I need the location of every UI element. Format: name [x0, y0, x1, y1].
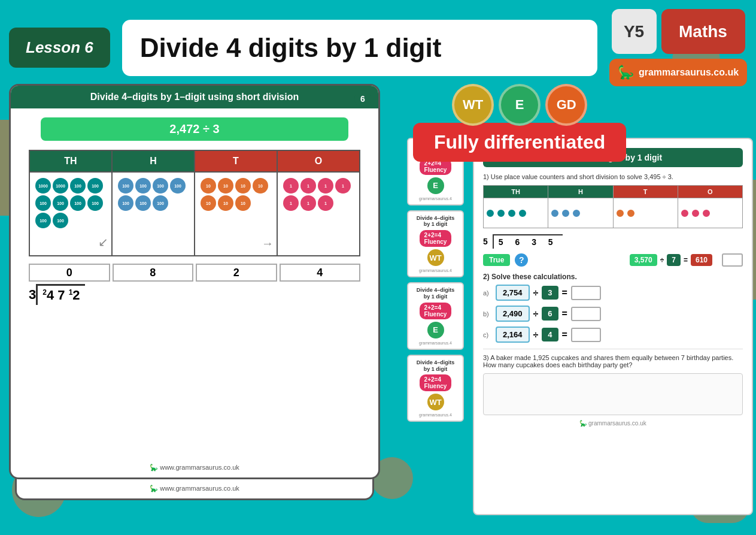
website-url: grammarsaurus.co.uk: [639, 67, 739, 78]
ws-cell-h: [548, 198, 613, 228]
calc-answer-a[interactable]: [571, 286, 601, 300]
ws-equation-row: 3,570 ÷ 7 = 610: [630, 254, 712, 266]
slide-main-formula: 2,472 ÷ 3: [41, 117, 348, 141]
website-icon: 🦕: [618, 65, 634, 80]
lesson-badge: Lesson 6: [9, 28, 110, 68]
dividend-main: 24 7 12: [36, 284, 84, 305]
right-badges: Y5 Maths 🦕 grammarsaurus.co.uk: [609, 9, 747, 86]
ws-card-4-title: Divide 4–digitsby 1 digit: [417, 359, 455, 373]
ws-card-4-level: WT: [427, 394, 444, 410]
fully-differentiated-banner: Fully differentiated: [413, 123, 626, 162]
ws-col-o: O: [678, 186, 742, 198]
calc-label-a: a): [483, 289, 492, 297]
ws-card-3-title: Divide 4–digitsby 1 digit: [417, 287, 455, 300]
answer-0: 0: [29, 264, 110, 282]
ws-card-2-fluency: 2+2=4Fluency: [420, 230, 452, 247]
slide-main-pvtable: TH H T O 1000 1000 100 100 100 100 100 1…: [29, 150, 360, 256]
col-o: O: [277, 150, 360, 172]
main-worksheet: Divide 4–digits by 1 digit 1) Use place …: [473, 138, 753, 515]
ws-card-1-level: E: [427, 177, 444, 194]
calc-row-a: a) 2,754 ÷ 3 =: [483, 285, 743, 301]
ws-q2-label: 2) Solve these calculations.: [483, 273, 743, 281]
ws-cell-th: [484, 198, 548, 228]
header: Lesson 6 Divide 4 digits by 1 digit Y5 M…: [9, 9, 747, 86]
answer-2: 2: [196, 264, 277, 282]
ws-answer-blank-1: [722, 253, 743, 267]
ws-card-4[interactable]: Divide 4–digitsby 1 digit 2+2=4Fluency W…: [407, 355, 464, 422]
slides-container: Use the place value chart to help you ca…: [9, 84, 398, 515]
answer-1: 8: [113, 264, 194, 282]
divisor-main: 3: [29, 287, 36, 303]
calc-row-c: c) 2,164 ÷ 4 =: [483, 327, 743, 343]
cell-t: 10 10 10 10 10 10 10 →: [195, 172, 277, 256]
ws-answer-row: 5 5 6 3 5: [483, 234, 743, 249]
ws-col-t: T: [613, 186, 678, 198]
website-badge: 🦕 grammarsaurus.co.uk: [609, 59, 747, 86]
diff-badge-e: E: [499, 84, 541, 126]
diff-banner-area: WT E GD Fully differentiated: [413, 84, 626, 162]
ws-answer-grid: .ws-answer-grid-inner { border:1px solid…: [483, 373, 743, 415]
diff-badge-wt: WT: [452, 84, 494, 126]
year-maths-row: Y5 Maths: [612, 9, 745, 54]
page-title: Divide 4 digits by 1 digit: [140, 33, 442, 63]
calc-row-b: b) 2,490 ÷ 6 =: [483, 306, 743, 322]
calc-div-b: 6: [542, 307, 558, 321]
arrow-indicator: ↙: [98, 235, 108, 249]
calc-num-b: 2,490: [496, 306, 530, 322]
answer-3: 4: [280, 264, 361, 282]
ws-q1: 1) Use place value counters and short di…: [483, 173, 743, 180]
calc-num-c: 2,164: [496, 327, 530, 343]
col-h: H: [112, 150, 195, 172]
slide-main-heading: Divide 4–digits by 1–digit using short d…: [90, 92, 299, 102]
ws-dividend: 5 6 3 5: [493, 234, 563, 249]
calc-div-a: 3: [542, 286, 558, 300]
calc-label-b: b): [483, 310, 492, 318]
ws-card-3-fluency: 2+2=4Fluency: [420, 303, 452, 319]
ws-card-4-fluency: 2+2=4Fluency: [420, 374, 452, 391]
slide-back-footer: 🦕 www.grammarsaurus.co.uk: [150, 485, 239, 492]
ws-card-2[interactable]: Divide 4–digitsby 1 digit 2+2=4Fluency W…: [407, 210, 464, 278]
ws-cell-o: [678, 198, 742, 228]
ws-card-2-level: WT: [427, 249, 444, 266]
diff-badges-row: WT E GD: [452, 84, 587, 126]
ws-eq-result: 610: [691, 254, 712, 266]
ws-qmark-badge: ?: [515, 253, 528, 267]
slide-main-header: Divide 4–digits by 1–digit using short d…: [11, 86, 378, 108]
maths-badge: Maths: [661, 9, 745, 54]
diff-badge-gd: GD: [545, 84, 587, 126]
col-t: T: [195, 150, 277, 172]
slide-main: Divide 4–digits by 1–digit using short d…: [9, 84, 380, 479]
worksheet-stack: Divide 4–digitsby 1 digit 2+2=4Fluency E…: [407, 138, 753, 515]
ws-card-3[interactable]: Divide 4–digitsby 1 digit 2+2=4Fluency E…: [407, 282, 464, 350]
ws-q3: 3) A baker made 1,925 cupcakes and share…: [483, 349, 743, 368]
ws-card-2-title: Divide 4–digitsby 1 digit: [417, 215, 455, 228]
slide-main-number: 6: [354, 90, 371, 107]
cell-th: 1000 1000 100 100 100 100 100 100 100 10…: [29, 172, 112, 256]
ws-footer: 🦕 grammarsaurus.co.uk: [483, 420, 743, 427]
ws-true-badge: True: [483, 254, 510, 266]
cell-o: 1 1 1 1 1 1 1: [277, 172, 360, 256]
ws-eq-div: 7: [667, 254, 681, 266]
ws-col-th: TH: [484, 186, 548, 198]
worksheets-area: WT E GD Fully differentiated Divide 4–di…: [407, 84, 756, 515]
ws-card-3-level: E: [427, 322, 444, 338]
ws-cards-column: Divide 4–digitsby 1 digit 2+2=4Fluency E…: [407, 138, 467, 515]
col-th: TH: [29, 150, 112, 172]
calc-div-c: 4: [542, 328, 558, 341]
ws-col-h: H: [548, 186, 613, 198]
year-badge: Y5: [612, 9, 657, 54]
ws-pvtable: TH H T O: [483, 185, 743, 228]
ws-true-false-row: True ? 3,570 ÷ 7 = 610: [483, 253, 743, 267]
calc-label-c: c): [483, 331, 492, 338]
arrow-indicator-2: →: [262, 237, 274, 250]
calc-answer-c[interactable]: [571, 328, 601, 342]
slide-main-footer: 🦕 www.grammarsaurus.co.uk: [150, 464, 239, 471]
cell-h: 100 100 100 100 100 100 100: [112, 172, 195, 256]
ws-eq-num: 3,570: [630, 254, 657, 266]
ws-divisor: 5: [483, 237, 488, 246]
ws-cell-t: [613, 198, 678, 228]
title-box: Divide 4 digits by 1 digit: [122, 20, 597, 76]
calc-num-a: 2,754: [496, 285, 530, 301]
calc-answer-b[interactable]: [571, 307, 601, 321]
